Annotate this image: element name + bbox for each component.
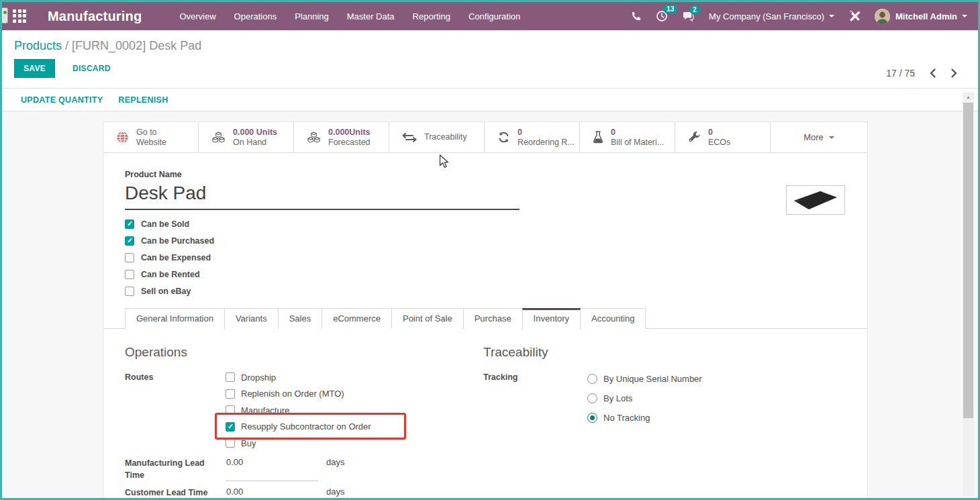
activity-count-badge: 13 (663, 5, 677, 13)
menu-configuration[interactable]: Configuration (469, 3, 520, 30)
product-flags: Can be Sold Can be Purchased Can be Expe… (125, 215, 867, 299)
tab-variants[interactable]: Variants (224, 308, 279, 329)
cubes-icon (307, 132, 321, 144)
traceability-heading: Traceability (483, 345, 846, 360)
can-be-sold-checkbox[interactable]: Can be Sold (125, 215, 867, 232)
reordering-value: 0 (518, 128, 575, 138)
update-quantity-button[interactable]: UPDATE QUANTITY (21, 95, 103, 105)
route-buy-checkbox[interactable]: Buy (226, 435, 371, 452)
traceability-group: Traceability Tracking By Unique Serial N… (483, 329, 846, 499)
tab-point-of-sale[interactable]: Point of Sale (391, 308, 464, 329)
breadcrumb-products-link[interactable]: Products (14, 39, 62, 52)
replenish-button[interactable]: REPLENISH (118, 95, 168, 105)
route-mto-checkbox[interactable]: Replenish on Order (MTO) (226, 386, 371, 403)
can-be-expensed-checkbox[interactable]: Can be Expensed (125, 249, 867, 266)
developer-tools-icon[interactable] (848, 10, 861, 22)
checkbox-icon (226, 389, 235, 399)
tab-accounting[interactable]: Accounting (580, 308, 646, 329)
menu-master-data[interactable]: Master Data (347, 3, 395, 30)
reordering-rules-button[interactable]: 0 Reordering R... (485, 122, 580, 152)
tab-general-information[interactable]: General Information (125, 308, 225, 329)
checkbox-icon (226, 438, 235, 448)
bom-value: 0 (611, 128, 664, 138)
customer-lead-time-label: Customer Lead Time (125, 485, 226, 499)
apps-menu-icon[interactable] (13, 9, 27, 23)
menu-operations[interactable]: Operations (234, 3, 277, 30)
pager-next-icon[interactable] (950, 68, 958, 78)
discard-button[interactable]: DISCARD (72, 64, 111, 73)
menu-reporting[interactable]: Reporting (413, 3, 450, 30)
checkbox-icon (226, 372, 235, 382)
form-view-area: Go to Website 0.000 Units On Ha (2, 111, 978, 499)
pager-previous-icon[interactable] (929, 68, 936, 78)
checkbox-icon (125, 270, 134, 279)
can-be-rented-checkbox[interactable]: Can be Rented (125, 266, 867, 283)
product-image[interactable] (786, 185, 845, 215)
more-label: More (803, 132, 824, 142)
flask-icon (593, 131, 603, 144)
on-hand-value: 0.000 Units (233, 128, 277, 138)
bom-label: Bill of Materi... (611, 138, 664, 148)
user-name: Mitchell Admin (895, 11, 957, 21)
form-sheet: Go to Website 0.000 Units On Ha (103, 121, 868, 499)
browser-edge-artifact (2, 7, 8, 23)
tab-ecommerce[interactable]: eCommerce (322, 308, 392, 329)
on-hand-button[interactable]: 0.000 Units On Hand (199, 122, 294, 152)
save-button[interactable]: SAVE (14, 59, 55, 78)
pager-value: 17 / 75 (886, 68, 915, 79)
main-menu: Overview Operations Planning Master Data… (179, 3, 520, 30)
customer-lead-time-input[interactable]: 0.00 (226, 485, 318, 499)
menu-planning[interactable]: Planning (295, 3, 329, 30)
routes-label: Routes (125, 369, 226, 452)
product-name-input[interactable]: Desk Pad (125, 183, 520, 210)
scroll-up-arrow[interactable] (963, 92, 974, 102)
product-name-label: Product Name (125, 170, 867, 179)
tracking-lots-radio[interactable]: By Lots (587, 389, 702, 408)
scrollbar-thumb[interactable] (963, 103, 973, 418)
app-title[interactable]: Manufacturing (48, 9, 142, 24)
route-resupply-subcontractor-checkbox[interactable]: Resupply Subcontractor on Order (226, 419, 371, 436)
forecasted-value: 0.000Units (328, 128, 371, 138)
more-dropdown-button[interactable]: More (771, 122, 867, 152)
ecos-value: 0 (708, 128, 730, 138)
ecos-button[interactable]: 0 ECOs (675, 122, 771, 152)
manufacturing-lead-time-input[interactable]: 0.00 (226, 456, 318, 481)
breadcrumb-separator: / (65, 39, 68, 52)
app-window: Manufacturing Overview Operations Planni… (0, 0, 980, 500)
sell-on-ebay-checkbox[interactable]: Sell on eBay (125, 283, 867, 299)
tracking-serial-radio[interactable]: By Unique Serial Number (587, 369, 702, 389)
checkbox-icon (125, 236, 134, 246)
tab-purchase[interactable]: Purchase (463, 308, 523, 329)
radio-icon (587, 393, 597, 403)
routes-widget: Dropship Replenish on Order (MTO) Manufa… (226, 369, 371, 452)
menu-overview[interactable]: Overview (179, 3, 215, 30)
navbar-systray: 13 2 My Company (San Francisco) (630, 9, 967, 24)
traceability-button[interactable]: Traceability (389, 122, 485, 152)
go-to-website-button[interactable]: Go to Website (103, 122, 199, 152)
on-hand-label: On Hand (233, 138, 277, 148)
checkbox-icon (226, 422, 235, 432)
tab-inventory[interactable]: Inventory (522, 308, 581, 330)
tracking-label: Tracking (483, 369, 587, 428)
company-switcher[interactable]: My Company (San Francisco) (709, 11, 834, 21)
tracking-none-radio[interactable]: No Tracking (587, 408, 702, 428)
can-be-purchased-checkbox[interactable]: Can be Purchased (125, 232, 867, 249)
route-dropship-checkbox[interactable]: Dropship (226, 369, 371, 386)
traceability-label: Traceability (424, 132, 467, 142)
checkbox-icon (125, 219, 134, 229)
route-manufacture-checkbox[interactable]: Manufacture (226, 402, 371, 419)
activities-button[interactable]: 13 (656, 10, 668, 22)
messages-button[interactable]: 2 (682, 11, 695, 22)
customer-lead-time-unit: days (326, 485, 344, 499)
tab-sales[interactable]: Sales (278, 308, 323, 329)
refresh-icon (497, 131, 510, 144)
control-panel: Products / [FURN_0002] Desk Pad SAVE DIS… (2, 30, 978, 89)
breadcrumb-current: [FURN_0002] Desk Pad (72, 39, 201, 52)
forecasted-button[interactable]: 0.000Units Forecasted (294, 122, 389, 152)
bill-of-materials-button[interactable]: 0 Bill of Materi... (580, 122, 675, 152)
phone-icon[interactable] (630, 11, 642, 22)
checkbox-icon (125, 287, 134, 296)
user-menu[interactable]: Mitchell Admin (875, 9, 967, 24)
vertical-scrollbar[interactable] (963, 92, 974, 496)
chevron-down-icon (962, 15, 967, 17)
